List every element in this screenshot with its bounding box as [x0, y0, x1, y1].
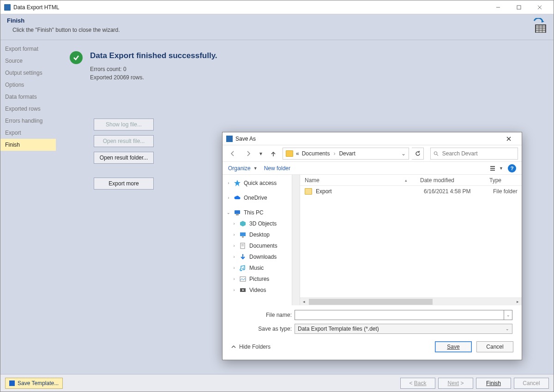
- dialog-toolbar: Organize▼ New folder ▼ ?: [223, 162, 522, 175]
- file-list-header: Name▴ Date modified Type: [300, 175, 522, 186]
- breadcrumb-sep: ›: [332, 150, 336, 157]
- svg-rect-10: [539, 27, 542, 29]
- export-more-button[interactable]: Export more: [94, 178, 154, 190]
- column-type[interactable]: Type: [489, 177, 522, 184]
- step-options[interactable]: Options: [0, 79, 56, 91]
- svg-rect-11: [542, 27, 545, 29]
- refresh-button[interactable]: [412, 148, 424, 160]
- dialog-save-button[interactable]: Save: [435, 341, 472, 352]
- wizard-footer: Save Template... < Back Next > Finish Ca…: [0, 374, 554, 392]
- search-icon: [434, 151, 439, 156]
- tree-this-pc[interactable]: ⌄This PC: [223, 207, 292, 218]
- open-result-folder-button[interactable]: Open result folder...: [94, 152, 154, 164]
- svg-rect-28: [236, 214, 239, 215]
- address-bar[interactable]: « Documents › Devart ⌄: [283, 148, 409, 160]
- svg-rect-27: [235, 210, 240, 214]
- exported-rows-count: Exported 20069 rows.: [90, 73, 217, 82]
- tree-desktop[interactable]: ›Desktop: [223, 229, 292, 240]
- breadcrumb-devart[interactable]: Devart: [339, 150, 355, 157]
- disk-icon: [9, 380, 15, 386]
- file-list-hscrollbar[interactable]: ◂ ▸: [300, 297, 522, 305]
- help-button[interactable]: ?: [508, 164, 516, 172]
- success-title: Data Export finished successfully.: [90, 51, 217, 60]
- svg-rect-25: [490, 170, 495, 171]
- breadcrumb-documents[interactable]: Documents: [302, 150, 330, 157]
- tree-documents[interactable]: ›Documents: [223, 240, 292, 251]
- step-export-format[interactable]: Export format: [0, 43, 56, 55]
- step-exported-rows[interactable]: Exported rows: [0, 103, 56, 115]
- svg-rect-30: [240, 232, 246, 236]
- tree-quick-access[interactable]: ›Quick access: [223, 178, 292, 189]
- export-grid-icon: [530, 18, 547, 35]
- close-button[interactable]: [530, 1, 550, 14]
- maximize-button[interactable]: [509, 1, 529, 14]
- save-as-type-combo[interactable]: Data Export Template files (*.det) ⌄: [295, 324, 512, 334]
- tree-scrollbar[interactable]: [292, 175, 300, 305]
- svg-marker-29: [240, 221, 246, 226]
- tree-onedrive[interactable]: ›OneDrive: [223, 192, 292, 203]
- file-name-input[interactable]: [295, 310, 504, 320]
- file-name-label: File name:: [255, 312, 292, 318]
- folder-tree: ›Quick access ›OneDrive ⌄This PC ›3D Obj…: [223, 175, 292, 305]
- tree-3d-objects[interactable]: ›3D Objects: [223, 218, 292, 229]
- step-export[interactable]: Export: [0, 127, 56, 139]
- tree-videos[interactable]: ›Videos: [223, 285, 292, 296]
- organize-menu[interactable]: Organize▼: [228, 165, 258, 172]
- show-log-button[interactable]: Show log file...: [94, 119, 154, 131]
- svg-rect-13: [539, 29, 542, 30]
- next-button[interactable]: Next >: [438, 378, 473, 389]
- titlebar: Data Export HTML: [0, 0, 554, 14]
- wizard-header: Finish Click the "Finish" button to clos…: [0, 14, 554, 40]
- step-finish[interactable]: Finish: [0, 139, 56, 151]
- dialog-body: ›Quick access ›OneDrive ⌄This PC ›3D Obj…: [223, 175, 522, 305]
- view-options-button[interactable]: ▼: [490, 165, 503, 172]
- window-title: Data Export HTML: [13, 4, 488, 11]
- save-template-button[interactable]: Save Template...: [5, 378, 63, 389]
- svg-rect-23: [490, 166, 495, 167]
- search-input[interactable]: [441, 150, 515, 157]
- back-button[interactable]: < Back: [400, 378, 435, 389]
- new-folder-button[interactable]: New folder: [264, 165, 290, 172]
- file-name-history-dropdown[interactable]: ⌄: [504, 310, 512, 320]
- svg-rect-16: [539, 31, 542, 32]
- dialog-cancel-button[interactable]: Cancel: [476, 341, 513, 352]
- success-text: Data Export finished successfully. Error…: [90, 51, 217, 82]
- svg-rect-24: [490, 168, 495, 169]
- nav-up-button[interactable]: [267, 147, 280, 160]
- open-result-file-button[interactable]: Open result file...: [94, 135, 154, 147]
- finish-button[interactable]: Finish: [476, 378, 511, 389]
- column-name[interactable]: Name▴: [300, 177, 420, 184]
- svg-marker-26: [234, 180, 241, 186]
- dialog-footer: Hide Folders Save Cancel: [223, 337, 522, 360]
- success-row: Data Export finished successfully. Error…: [70, 51, 540, 82]
- file-type: File folder: [493, 188, 522, 195]
- svg-rect-6: [536, 25, 539, 27]
- step-output-settings[interactable]: Output settings: [0, 67, 56, 79]
- nav-history-dropdown[interactable]: ▾: [258, 147, 264, 160]
- svg-line-22: [437, 154, 438, 155]
- search-box[interactable]: [430, 148, 518, 160]
- wizard-steps-sidebar: Export format Source Output settings Opt…: [0, 40, 56, 374]
- dialog-titlebar: Save As: [223, 132, 522, 145]
- dialog-title: Save As: [235, 136, 500, 142]
- tree-downloads[interactable]: ›Downloads: [223, 251, 292, 262]
- result-actions: Show log file... Open result file... Ope…: [94, 119, 154, 190]
- cancel-button[interactable]: Cancel: [514, 378, 549, 389]
- hide-folders-toggle[interactable]: Hide Folders: [231, 344, 271, 350]
- step-data-formats[interactable]: Data formats: [0, 91, 56, 103]
- minimize-button[interactable]: [488, 1, 508, 14]
- nav-forward-button[interactable]: [242, 147, 255, 160]
- column-date[interactable]: Date modified: [420, 177, 489, 184]
- file-row[interactable]: Export 6/16/2021 4:58 PM File folder: [300, 186, 522, 197]
- header-subtitle: Click the "Finish" button to close the w…: [12, 27, 547, 33]
- svg-rect-8: [542, 25, 545, 27]
- dialog-close-button[interactable]: [500, 133, 518, 145]
- tree-music[interactable]: ›Music: [223, 262, 292, 273]
- step-source[interactable]: Source: [0, 55, 56, 67]
- address-chevron-icon[interactable]: ⌄: [401, 150, 406, 157]
- tree-pictures[interactable]: ›Pictures: [223, 273, 292, 285]
- svg-rect-1: [517, 6, 521, 9]
- svg-point-21: [434, 151, 437, 154]
- nav-back-button[interactable]: [226, 147, 239, 160]
- step-errors-handling[interactable]: Errors handling: [0, 115, 56, 127]
